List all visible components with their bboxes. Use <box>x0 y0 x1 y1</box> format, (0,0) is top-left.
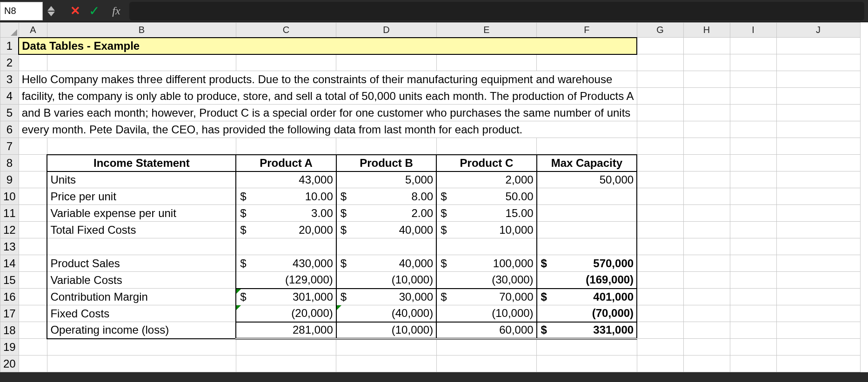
table-header[interactable]: Product C <box>436 155 536 171</box>
spreadsheet-grid[interactable]: A B C D E F G H I J 1 Data Tables - Exam… <box>0 22 868 372</box>
cell[interactable]: $3.00 <box>236 205 336 222</box>
cell[interactable]: $15.00 <box>436 205 536 222</box>
cell[interactable]: $401,000 <box>537 289 637 305</box>
cell[interactable]: 60,000 <box>436 322 536 339</box>
cell[interactable]: 50,000 <box>537 171 637 188</box>
col-header[interactable]: I <box>730 23 776 38</box>
name-box[interactable]: N8 <box>0 2 43 20</box>
row-label[interactable]: Variable Costs <box>47 272 236 289</box>
cell-value: 10.00 <box>305 190 333 203</box>
row-header[interactable]: 19 <box>0 339 19 356</box>
cell[interactable]: $100,000 <box>436 255 536 272</box>
column-header-row: A B C D E F G H I J <box>0 23 861 38</box>
cell[interactable]: $430,000 <box>236 255 336 272</box>
row-header[interactable]: 5 <box>0 105 19 121</box>
row-header[interactable]: 10 <box>0 188 19 205</box>
cell[interactable]: 5,000 <box>336 171 436 188</box>
cell[interactable]: $570,000 <box>537 255 637 272</box>
cell-value: 2.00 <box>411 207 433 219</box>
row-label[interactable]: Price per unit <box>47 188 236 205</box>
row-header[interactable]: 13 <box>0 238 19 255</box>
confirm-icon[interactable]: ✓ <box>85 3 103 19</box>
cell-value: 3.00 <box>311 207 333 219</box>
row-label[interactable]: Operating income (loss) <box>47 322 236 339</box>
col-header[interactable]: G <box>637 23 683 38</box>
cell[interactable]: (30,000) <box>436 272 536 289</box>
cell[interactable]: (10,000) <box>436 305 536 322</box>
paragraph-line[interactable]: facility, the company is only able to pr… <box>19 88 637 105</box>
table-header[interactable]: Income Statement <box>47 155 236 171</box>
row-header[interactable]: 1 <box>0 38 19 54</box>
cell[interactable]: $8.00 <box>336 188 436 205</box>
cell[interactable]: $10,000 <box>436 222 536 238</box>
cell[interactable]: (10,000) <box>336 322 436 339</box>
table-row: 20 <box>0 356 861 372</box>
cell[interactable]: $30,000 <box>336 289 436 305</box>
cancel-icon[interactable]: ✕ <box>66 4 85 18</box>
cell-value: 10,000 <box>499 224 533 236</box>
cell[interactable]: (129,000) <box>236 272 336 289</box>
table-header[interactable]: Product A <box>236 155 336 171</box>
cell-value: 40,000 <box>399 224 433 236</box>
row-label[interactable]: Variable expense per unit <box>47 205 236 222</box>
paragraph-line[interactable]: Hello Company makes three different prod… <box>19 71 637 88</box>
cell[interactable]: (40,000) <box>336 305 436 322</box>
table-header[interactable]: Product B <box>336 155 436 171</box>
cell[interactable]: $2.00 <box>336 205 436 222</box>
row-header[interactable]: 18 <box>0 322 19 339</box>
row-header[interactable]: 15 <box>0 272 19 289</box>
col-header[interactable]: E <box>436 23 536 38</box>
cell[interactable]: 281,000 <box>236 322 336 339</box>
col-header[interactable]: C <box>236 23 336 38</box>
table-header[interactable]: Max Capacity <box>537 155 637 171</box>
cell[interactable]: $331,000 <box>537 322 637 339</box>
col-header[interactable]: D <box>336 23 436 38</box>
table-row: 11 Variable expense per unit $3.00 $2.00… <box>0 205 861 222</box>
select-all-corner[interactable] <box>0 23 19 38</box>
row-header[interactable]: 7 <box>0 138 19 155</box>
row-label[interactable]: Contribution Margin <box>47 289 236 305</box>
cell[interactable]: (20,000) <box>236 305 336 322</box>
row-label[interactable]: Fixed Costs <box>47 305 236 322</box>
col-header[interactable]: A <box>19 23 47 38</box>
name-box-stepper[interactable] <box>45 2 58 20</box>
cell[interactable]: $40,000 <box>336 255 436 272</box>
row-header[interactable]: 9 <box>0 171 19 188</box>
page-title[interactable]: Data Tables - Example <box>19 38 637 54</box>
row-header[interactable]: 14 <box>0 255 19 272</box>
cell[interactable]: (10,000) <box>336 272 436 289</box>
row-header[interactable]: 4 <box>0 88 19 105</box>
cell[interactable]: 43,000 <box>236 171 336 188</box>
row-header[interactable]: 17 <box>0 305 19 322</box>
row-header[interactable]: 11 <box>0 205 19 222</box>
paragraph-line[interactable]: and B varies each month; however, Produc… <box>19 105 637 121</box>
table-row: 15 Variable Costs (129,000) (10,000) (30… <box>0 272 861 289</box>
row-label[interactable]: Product Sales <box>47 255 236 272</box>
cell[interactable]: $70,000 <box>436 289 536 305</box>
col-header[interactable]: B <box>47 23 236 38</box>
cell[interactable]: $301,000 <box>236 289 336 305</box>
cell[interactable]: $20,000 <box>236 222 336 238</box>
row-header[interactable]: 6 <box>0 121 19 138</box>
row-header[interactable]: 20 <box>0 356 19 372</box>
row-header[interactable]: 16 <box>0 289 19 305</box>
col-header[interactable]: J <box>776 23 860 38</box>
row-header[interactable]: 2 <box>0 54 19 71</box>
cell[interactable]: $50.00 <box>436 188 536 205</box>
cell[interactable]: $40,000 <box>336 222 436 238</box>
row-header[interactable]: 8 <box>0 155 19 171</box>
formula-input[interactable] <box>129 2 864 20</box>
cell[interactable]: $10.00 <box>236 188 336 205</box>
row-header[interactable]: 3 <box>0 71 19 88</box>
row-header[interactable]: 12 <box>0 222 19 238</box>
table-row: 9 Units 43,000 5,000 2,000 50,000 <box>0 171 861 188</box>
row-label[interactable]: Units <box>47 171 236 188</box>
cell[interactable]: 2,000 <box>436 171 536 188</box>
paragraph-line[interactable]: every month. Pete Davila, the CEO, has p… <box>19 121 637 138</box>
col-header[interactable]: F <box>537 23 637 38</box>
col-header[interactable]: H <box>683 23 730 38</box>
cell[interactable]: (169,000) <box>537 272 637 289</box>
cell[interactable]: (70,000) <box>537 305 637 322</box>
row-label[interactable]: Total Fixed Costs <box>47 222 236 238</box>
fx-icon[interactable]: fx <box>107 5 126 17</box>
